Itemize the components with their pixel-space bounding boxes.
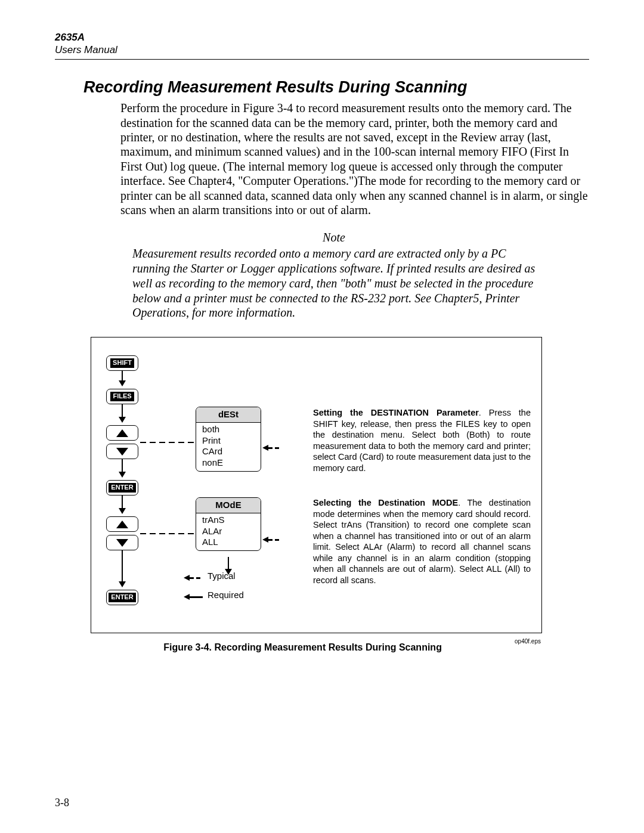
mode-explanation-title: Selecting the Destination MODE xyxy=(313,498,458,507)
arrow-left-dashed-icon xyxy=(262,445,279,451)
running-header: 2635A Users Manual xyxy=(55,31,589,59)
shift-button: SHIFT xyxy=(106,355,138,371)
mode-option-all: ALL xyxy=(202,537,255,548)
mode-option-trans: trAnS xyxy=(202,515,255,526)
legend-required: Required xyxy=(208,590,244,601)
dest-option-none: nonE xyxy=(202,457,255,469)
files-button: FILES xyxy=(106,389,138,404)
mode-explanation: Selecting the Destination MODE. The dest… xyxy=(313,497,531,586)
dashed-connector xyxy=(140,442,194,443)
enter-label: ENTER xyxy=(109,483,135,493)
mode-menu-options: trAnS ALAr ALL xyxy=(196,513,261,550)
arrow-down-icon xyxy=(119,581,126,587)
mode-menu-box: MOdE trAnS ALAr ALL xyxy=(196,497,261,551)
flow-line xyxy=(122,404,123,418)
arrow-down-icon xyxy=(119,380,126,386)
dest-menu-box: dESt both Print CArd nonE xyxy=(196,407,261,472)
dest-menu-options: both Print CArd nonE xyxy=(196,423,261,471)
header-rule xyxy=(55,59,589,60)
arrow-down-icon xyxy=(119,472,126,478)
enter-label: ENTER xyxy=(109,593,135,602)
dashed-connector xyxy=(140,533,194,534)
dest-option-card: CArd xyxy=(202,446,255,457)
scroll-down-button xyxy=(106,535,138,550)
flow-line xyxy=(122,550,123,583)
body-paragraph: Perform the procedure in Figure 3-4 to r… xyxy=(120,101,589,217)
arrow-left-dashed-icon xyxy=(184,575,200,581)
legend-typical: Typical xyxy=(208,571,236,582)
dest-explanation-body: . Press the SHIFT key, release, then pre… xyxy=(313,408,531,473)
figure-caption-row: Figure 3-4. Recording Measurement Result… xyxy=(91,638,541,654)
enter-button: ENTER xyxy=(106,590,138,605)
scroll-down-button xyxy=(106,444,138,459)
manual-page: 2635A Users Manual Recording Measurement… xyxy=(0,0,644,833)
flow-line xyxy=(228,557,229,570)
page-number: 3-8 xyxy=(55,796,69,810)
dest-option-both: both xyxy=(202,424,255,435)
triangle-down-icon xyxy=(116,539,128,547)
arrow-left-dashed-icon xyxy=(262,537,279,543)
enter-button: ENTER xyxy=(106,480,138,496)
flow-line xyxy=(122,459,123,473)
triangle-up-icon xyxy=(116,429,128,437)
section-heading: Recording Measurement Results During Sca… xyxy=(83,78,589,98)
note-block: Note Measurement results recorded onto a… xyxy=(132,230,535,320)
dest-explanation: Setting the DESTINATION Parameter. Press… xyxy=(313,407,531,473)
arrow-down-icon xyxy=(119,508,126,514)
shift-label: SHIFT xyxy=(110,358,134,368)
mode-explanation-body: . The destination mode determines when t… xyxy=(313,498,531,585)
dest-menu-header: dESt xyxy=(196,407,261,423)
arrow-down-icon xyxy=(119,417,126,423)
scroll-up-button xyxy=(106,425,138,441)
document-type: Users Manual xyxy=(55,44,589,56)
figure-3-4: SHIFT FILES dESt both Print CArd nonE xyxy=(91,337,542,633)
dest-option-print: Print xyxy=(202,435,255,447)
triangle-up-icon xyxy=(116,521,128,528)
model-number: 2635A xyxy=(55,31,589,44)
mode-menu-header: MOdE xyxy=(196,498,261,513)
dest-explanation-title: Setting the DESTINATION Parameter xyxy=(313,408,479,417)
files-label: FILES xyxy=(110,392,134,401)
mode-option-alar: ALAr xyxy=(202,526,255,537)
arrow-left-solid-icon xyxy=(184,594,203,600)
triangle-down-icon xyxy=(116,448,128,456)
figure-caption: Figure 3-4. Recording Measurement Result… xyxy=(91,638,515,654)
flow-line xyxy=(122,496,123,509)
note-label: Note xyxy=(132,230,535,245)
note-body: Measurement results recorded onto a memo… xyxy=(132,246,535,320)
figure-eps-filename: op40f.eps xyxy=(515,638,541,646)
scroll-up-button xyxy=(106,516,138,532)
